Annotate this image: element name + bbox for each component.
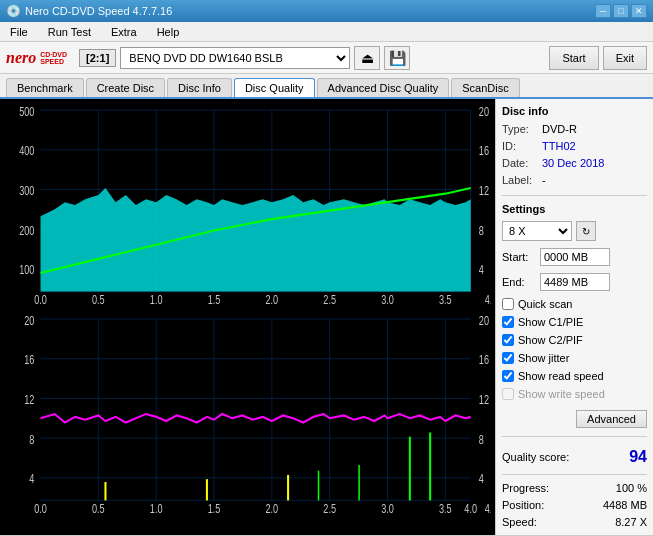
tab-disc-info[interactable]: Disc Info [167,78,232,97]
title-bar: 💿 Nero CD-DVD Speed 4.7.7.16 ─ □ ✕ [0,0,653,22]
svg-text:200: 200 [19,223,34,237]
svg-text:4.0: 4.0 [464,502,477,516]
disc-label-val: - [542,174,546,186]
chart-top-svg: 500 400 300 200 100 20 16 12 8 4 0.0 0.5… [4,103,491,308]
menu-help[interactable]: Help [151,24,186,40]
eject-button[interactable]: ⏏ [354,46,380,70]
svg-text:0.5: 0.5 [92,502,105,516]
svg-text:3.5: 3.5 [439,502,452,516]
right-panel: Disc info Type: DVD-R ID: TTH02 Date: 30… [495,99,653,535]
tab-scan-disc[interactable]: ScanDisc [451,78,519,97]
exit-button[interactable]: Exit [603,46,647,70]
svg-text:2.0: 2.0 [266,502,279,516]
speed-label: Speed: [502,516,537,528]
svg-text:500: 500 [19,104,34,118]
drive-select[interactable]: BENQ DVD DD DW1640 BSLB [120,47,350,69]
show-read-speed-row: Show read speed [502,370,647,382]
progress-item: Progress: 100 % [502,482,647,494]
nero-brand: nero [6,49,36,67]
show-write-speed-row: Show write speed [502,388,647,400]
show-jitter-label: Show jitter [518,352,569,364]
quick-scan-checkbox[interactable] [502,298,514,310]
nero-subtitle: CD·DVDSPEED [40,51,67,65]
svg-text:4: 4 [479,263,484,277]
svg-text:1.5: 1.5 [208,502,221,516]
disc-date-label: Date: [502,157,538,169]
speed-item: Speed: 8.27 X [502,516,647,528]
svg-text:16: 16 [479,144,489,158]
speed-select[interactable]: 8 X 1 X 2 X 4 X 12 X Max [502,221,572,241]
main-content: 500 400 300 200 100 20 16 12 8 4 0.0 0.5… [0,99,653,535]
disc-type-label: Type: [502,123,538,135]
tab-disc-quality[interactable]: Disc Quality [234,78,315,97]
svg-text:4: 4 [29,472,34,486]
menu-run-test[interactable]: Run Test [42,24,97,40]
svg-text:12: 12 [479,184,489,198]
speed-val: 8.27 X [615,516,647,528]
start-label: Start: [502,251,540,263]
advanced-button[interactable]: Advanced [576,410,647,428]
advanced-row: Advanced [502,408,647,428]
svg-text:4.0: 4.0 [485,293,491,307]
disc-id-val: TTH02 [542,140,576,152]
svg-text:3.0: 3.0 [381,293,394,307]
show-read-speed-label: Show read speed [518,370,604,382]
svg-text:2.5: 2.5 [323,502,336,516]
tab-benchmark[interactable]: Benchmark [6,78,84,97]
show-c2pif-label: Show C2/PIF [518,334,583,346]
svg-text:12: 12 [479,393,489,407]
disc-label-label: Label: [502,174,538,186]
close-button[interactable]: ✕ [631,4,647,18]
position-item: Position: 4488 MB [502,499,647,511]
disc-type-row: Type: DVD-R [502,123,647,135]
app-title: Nero CD-DVD Speed 4.7.7.16 [25,5,172,17]
svg-marker-15 [41,188,471,291]
disc-label-row: Label: - [502,174,647,186]
svg-text:3.5: 3.5 [439,293,452,307]
svg-text:8: 8 [29,433,34,447]
menu-file[interactable]: File [4,24,34,40]
svg-text:0.0: 0.0 [34,293,47,307]
show-jitter-checkbox[interactable] [502,352,514,364]
title-bar-left: 💿 Nero CD-DVD Speed 4.7.7.16 [6,4,172,18]
position-label: Position: [502,499,544,511]
quick-scan-row: Quick scan [502,298,647,310]
maximize-button[interactable]: □ [613,4,629,18]
chart-bottom: 20 16 12 8 4 20 16 12 8 4 0.0 0.5 1.0 1.… [4,312,491,517]
svg-text:8: 8 [479,433,484,447]
nero-logo: nero [6,49,36,67]
start-field[interactable]: 0000 MB [540,248,610,266]
svg-rect-35 [4,312,491,517]
svg-text:100: 100 [19,263,34,277]
refresh-button[interactable]: ↻ [576,221,596,241]
chart-area: 500 400 300 200 100 20 16 12 8 4 0.0 0.5… [0,99,495,535]
svg-text:12: 12 [24,393,34,407]
show-c1pie-checkbox[interactable] [502,316,514,328]
save-button[interactable]: 💾 [384,46,410,70]
quality-row: Quality score: 94 [502,448,647,466]
svg-text:1.0: 1.0 [150,293,163,307]
svg-text:0.5: 0.5 [92,293,105,307]
svg-text:16: 16 [479,353,489,367]
end-field[interactable] [540,273,610,291]
start-row: Start: 0000 MB [502,248,647,266]
chart-bottom-svg: 20 16 12 8 4 20 16 12 8 4 0.0 0.5 1.0 1.… [4,312,491,517]
end-row: End: [502,273,647,291]
quality-score: 94 [629,448,647,466]
svg-text:2.5: 2.5 [323,293,336,307]
start-button[interactable]: Start [549,46,598,70]
menu-extra[interactable]: Extra [105,24,143,40]
menu-bar: File Run Test Extra Help [0,22,653,42]
position-val: 4488 MB [603,499,647,511]
show-read-speed-checkbox[interactable] [502,370,514,382]
svg-text:3.0: 3.0 [381,502,394,516]
show-c2pif-checkbox[interactable] [502,334,514,346]
tab-create-disc[interactable]: Create Disc [86,78,165,97]
minimize-button[interactable]: ─ [595,4,611,18]
show-c1pie-label: Show C1/PIE [518,316,583,328]
speed-row: 8 X 1 X 2 X 4 X 12 X Max ↻ [502,221,647,241]
show-write-speed-label: Show write speed [518,388,605,400]
svg-text:20: 20 [24,314,34,328]
svg-text:20: 20 [479,314,489,328]
tab-advanced-disc-quality[interactable]: Advanced Disc Quality [317,78,450,97]
